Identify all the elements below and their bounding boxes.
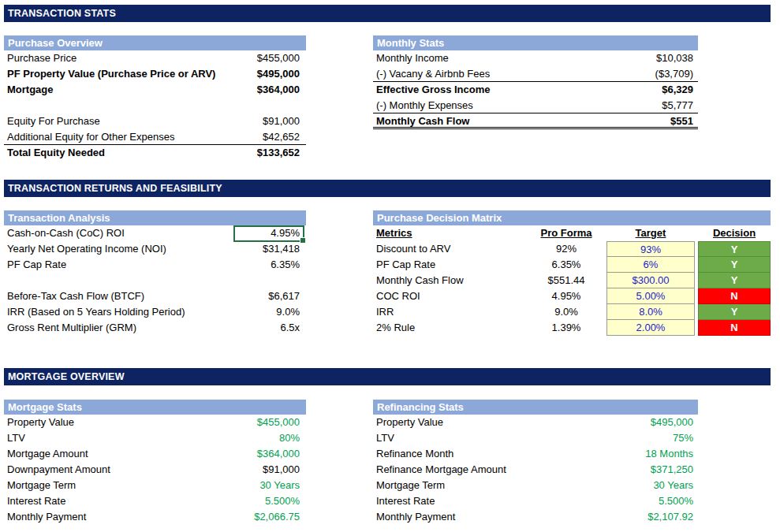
cell-label[interactable]: (-) Vacany & Airbnb Fees xyxy=(376,66,490,82)
cell-value[interactable]: $6,329 xyxy=(662,82,693,98)
cell-value[interactable]: 5.500% xyxy=(265,493,300,509)
monthly-stats-header[interactable]: Monthly Stats xyxy=(373,35,698,50)
cell-value[interactable]: $31,418 xyxy=(263,241,300,257)
transaction-analysis-header[interactable]: Transaction Analysis xyxy=(4,210,306,225)
pro-forma-cell[interactable]: 1.39% xyxy=(519,320,614,336)
banner-mortgage-overview[interactable]: MORTGAGE OVERVIEW xyxy=(4,368,771,385)
cell-label[interactable]: Effective Gross Income xyxy=(376,82,491,98)
metric-cell[interactable]: Discount to ARV xyxy=(376,241,450,257)
cell-label[interactable]: Property Value xyxy=(7,415,74,430)
cell-value[interactable]: 5.500% xyxy=(659,493,693,509)
cell-label[interactable]: Monthly Payment xyxy=(376,509,455,525)
cell-label[interactable]: Refinance Mortgage Amount xyxy=(376,462,506,478)
cell-label[interactable]: Mortgage Amount xyxy=(7,446,88,462)
cell-label[interactable]: Gross Rent Multiplier (GRM) xyxy=(7,320,136,336)
decision-cell[interactable]: Y xyxy=(698,273,771,288)
decision-cell[interactable]: N xyxy=(698,288,771,304)
cell-value[interactable]: $551 xyxy=(670,113,693,129)
decision-matrix-header[interactable]: Purchase Decision Matrix xyxy=(373,210,771,225)
banner-transaction-returns[interactable]: TRANSACTION RETURNS AND FEASIBILITY xyxy=(4,180,771,197)
cell-label[interactable]: Monthly Cash Flow xyxy=(376,113,469,129)
cell-value[interactable]: $133,652 xyxy=(257,145,300,161)
cell-label[interactable]: Mortgage Term xyxy=(376,478,445,493)
metrics-column-header[interactable]: Metrics xyxy=(376,225,412,241)
pro-forma-cell[interactable]: 92% xyxy=(519,241,614,257)
cell-value[interactable]: 18 Months xyxy=(645,446,693,462)
refinancing-stats-header[interactable]: Refinancing Stats xyxy=(373,400,698,415)
cell-label[interactable]: PF Cap Rate xyxy=(7,257,66,273)
cell-label[interactable]: Mortgage Term xyxy=(7,478,76,493)
cell-label[interactable]: LTV xyxy=(7,430,25,446)
cell-label[interactable]: Monthly Payment xyxy=(7,509,86,525)
cell-label[interactable]: Yearly Net Operating Income (NOI) xyxy=(7,241,166,257)
cell-label[interactable]: (-) Monthly Expenses xyxy=(376,98,473,113)
cell-value[interactable]: 75% xyxy=(673,430,693,446)
cell-value[interactable]: 6.35% xyxy=(271,257,300,273)
cell-value[interactable]: $42,652 xyxy=(263,129,300,145)
cell-label[interactable]: Interest Rate xyxy=(7,493,65,509)
target-cell[interactable]: 2.00% xyxy=(606,320,695,336)
cell-value[interactable]: $495,000 xyxy=(257,66,300,82)
cell-label[interactable]: Mortgage xyxy=(7,82,54,98)
cell-label[interactable]: Property Value xyxy=(376,415,443,430)
metric-cell[interactable]: Monthly Cash Flow xyxy=(376,273,464,288)
cell-value[interactable]: 9.0% xyxy=(276,304,300,320)
cell-label[interactable]: Refinance Month xyxy=(376,446,453,462)
cell-label[interactable]: Additional Equity for Other Expenses xyxy=(7,129,174,145)
cell-value[interactable]: $91,000 xyxy=(263,462,300,478)
decision-cell[interactable]: Y xyxy=(698,304,771,320)
pro-forma-cell[interactable]: 4.95% xyxy=(519,288,614,304)
cell-value[interactable]: ($3,709) xyxy=(655,66,693,82)
banner-transaction-stats[interactable]: TRANSACTION STATS xyxy=(4,5,771,22)
cell-label[interactable]: LTV xyxy=(376,430,394,446)
target-cell[interactable]: 6% xyxy=(606,257,695,273)
cell-value[interactable]: $495,000 xyxy=(651,415,693,430)
metric-cell[interactable]: 2% Rule xyxy=(376,320,415,336)
target-cell[interactable]: 8.0% xyxy=(606,304,695,320)
cell-value[interactable]: $5,777 xyxy=(662,98,693,113)
metric-cell[interactable]: PF Cap Rate xyxy=(376,257,435,273)
cell-value[interactable]: $455,000 xyxy=(257,50,300,66)
cell-value[interactable]: 80% xyxy=(279,430,300,446)
cell-value[interactable]: $371,250 xyxy=(651,462,693,478)
fill-handle[interactable] xyxy=(300,237,306,244)
cell-value[interactable]: $91,000 xyxy=(263,113,300,129)
pro-forma-cell[interactable]: 6.35% xyxy=(519,257,614,273)
cell-label[interactable]: Purchase Price xyxy=(7,50,77,66)
cell-value[interactable]: $455,000 xyxy=(257,415,300,430)
cell-value[interactable]: $2,107.92 xyxy=(648,509,693,525)
target-column-header[interactable]: Target xyxy=(606,225,695,241)
selected-cell-outline[interactable] xyxy=(233,225,304,242)
cell-value[interactable]: 30 Years xyxy=(259,478,300,493)
metric-cell[interactable]: COC ROI xyxy=(376,288,420,304)
mortgage-stats-header[interactable]: Mortgage Stats xyxy=(4,400,306,415)
cell-value[interactable]: $364,000 xyxy=(257,82,300,98)
cell-value[interactable]: $364,000 xyxy=(257,446,300,462)
cell-label[interactable]: Equity For Purchase xyxy=(7,113,100,129)
cell-label[interactable]: PF Property Value (Purchase Price or ARV… xyxy=(7,66,215,82)
cell-label[interactable]: Total Equity Needed xyxy=(7,145,105,161)
pro-forma-cell[interactable]: 9.0% xyxy=(519,304,614,320)
target-cell[interactable]: 5.00% xyxy=(606,288,695,304)
cell-label[interactable]: Interest Rate xyxy=(376,493,435,509)
cell-label[interactable]: Cash-on-Cash (CoC) ROI xyxy=(7,225,125,241)
cell-value[interactable]: 6.5x xyxy=(280,320,300,336)
cell-label[interactable]: Downpayment Amount xyxy=(7,462,110,478)
cell-value[interactable]: $2,066.75 xyxy=(254,509,300,525)
decision-cell[interactable]: Y xyxy=(698,241,771,257)
metric-cell[interactable]: IRR xyxy=(376,304,394,320)
cell-value[interactable]: 30 Years xyxy=(653,478,693,493)
pro-forma-cell[interactable]: $551.44 xyxy=(519,273,614,288)
cell-label[interactable]: IRR (Based on 5 Years Holding Period) xyxy=(7,304,185,320)
cell-label[interactable]: Before-Tax Cash Flow (BTCF) xyxy=(7,288,144,304)
target-cell[interactable]: 93% xyxy=(606,241,695,257)
decision-column-header[interactable]: Decision xyxy=(698,225,771,241)
decision-cell[interactable]: Y xyxy=(698,257,771,273)
cell-label[interactable]: Monthly Income xyxy=(376,50,449,66)
purchase-overview-header[interactable]: Purchase Overview xyxy=(4,35,306,50)
pro-forma-column-header[interactable]: Pro Forma xyxy=(519,225,614,241)
decision-cell[interactable]: N xyxy=(698,320,771,336)
target-cell[interactable]: $300.00 xyxy=(606,273,695,288)
cell-value[interactable]: $10,038 xyxy=(656,50,693,66)
cell-value[interactable]: $6,617 xyxy=(268,288,300,304)
